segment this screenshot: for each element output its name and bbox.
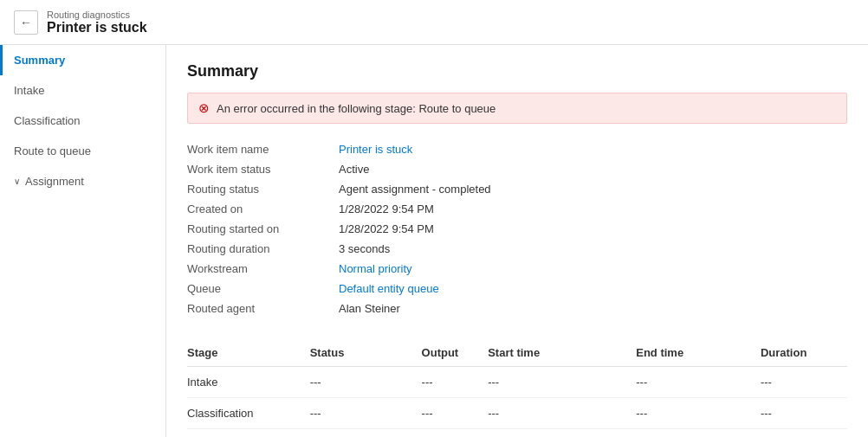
info-row-routing-started-on: Routing started on 1/28/2022 9:54 PM	[187, 219, 847, 239]
cell-stage[interactable]: Route to queue	[187, 429, 310, 438]
sidebar-item-label: Route to queue	[14, 145, 91, 157]
sidebar-item-route-to-queue[interactable]: Route to queue	[0, 136, 165, 166]
error-circle-icon: ⊗	[198, 100, 210, 116]
col-header-duration: Duration	[761, 339, 847, 367]
info-value-created-on: 1/28/2022 9:54 PM	[339, 202, 434, 215]
info-label-work-item-status: Work item status	[187, 163, 339, 176]
info-row-work-item-status: Work item status Active	[187, 159, 847, 179]
table-row: Route to queue✘Error---1/28/2022 9:54 PM…	[187, 429, 847, 438]
info-row-workstream: Workstream Normal priority	[187, 259, 847, 279]
info-row-queue: Queue Default entity queue	[187, 279, 847, 299]
header-subtitle: Routing diagnostics	[47, 10, 147, 20]
cell-start-time: ---	[488, 398, 636, 429]
info-label-routing-duration: Routing duration	[187, 242, 339, 255]
cell-status: ✘Error	[310, 429, 422, 438]
cell-start-time: ---	[488, 367, 636, 398]
sidebar-item-intake[interactable]: Intake	[0, 75, 165, 106]
sidebar: Summary Intake Classification Route to q…	[0, 45, 166, 437]
sidebar-item-assignment[interactable]: ∨ Assignment	[0, 166, 165, 196]
sidebar-item-label: Assignment	[25, 175, 84, 188]
header-text: Routing diagnostics Printer is stuck	[47, 10, 147, 35]
info-label-routed-agent: Routed agent	[187, 302, 339, 315]
info-label-routing-started-on: Routing started on	[187, 222, 339, 235]
cell-end-time: ---	[636, 398, 761, 429]
layout: Summary Intake Classification Route to q…	[0, 45, 868, 437]
cell-output: ---	[422, 398, 489, 429]
cell-stage: Intake	[187, 367, 310, 398]
sidebar-item-label: Classification	[14, 114, 81, 127]
table-row: Classification---------------	[187, 398, 847, 429]
info-value-workstream[interactable]: Normal priority	[339, 262, 412, 275]
info-label-created-on: Created on	[187, 202, 339, 215]
sidebar-item-summary[interactable]: Summary	[0, 45, 165, 75]
cell-end-time: ---	[636, 367, 761, 398]
info-row-routing-status: Routing status Agent assignment - comple…	[187, 179, 847, 199]
error-banner: ⊗ An error occurred in the following sta…	[187, 93, 847, 124]
info-table: Work item name Printer is stuck Work ite…	[187, 139, 847, 318]
info-row-work-item-name: Work item name Printer is stuck	[187, 139, 847, 159]
cell-status: ---	[310, 398, 422, 429]
info-value-work-item-name[interactable]: Printer is stuck	[339, 143, 412, 156]
sidebar-item-classification[interactable]: Classification	[0, 106, 165, 136]
sidebar-item-label: Summary	[14, 54, 65, 67]
header-title: Printer is stuck	[47, 20, 147, 35]
table-row: Intake---------------	[187, 367, 847, 398]
cell-duration: ---	[761, 367, 847, 398]
cell-output: ---	[422, 367, 489, 398]
error-banner-text: An error occurred in the following stage…	[217, 102, 496, 115]
info-value-work-item-status: Active	[339, 163, 369, 176]
cell-duration: ---	[761, 398, 847, 429]
stages-table: Stage Status Output Start time End time …	[187, 339, 847, 437]
info-label-work-item-name: Work item name	[187, 143, 339, 156]
col-header-end-time: End time	[636, 339, 761, 367]
info-value-routing-status: Agent assignment - completed	[339, 183, 491, 196]
cell-duration: 0 seconds	[761, 429, 847, 438]
col-header-status: Status	[310, 339, 422, 367]
col-header-stage: Stage	[187, 339, 310, 367]
info-value-routed-agent: Alan Steiner	[339, 302, 400, 315]
info-label-routing-status: Routing status	[187, 183, 339, 196]
cell-status: ---	[310, 367, 422, 398]
info-value-routing-started-on: 1/28/2022 9:54 PM	[339, 222, 434, 235]
table-header-row: Stage Status Output Start time End time …	[187, 339, 847, 367]
page-title: Summary	[187, 62, 847, 80]
info-row-created-on: Created on 1/28/2022 9:54 PM	[187, 199, 847, 219]
back-button[interactable]: ←	[14, 10, 38, 35]
info-label-queue: Queue	[187, 282, 339, 295]
info-value-queue[interactable]: Default entity queue	[339, 282, 439, 295]
chevron-down-icon: ∨	[14, 177, 20, 186]
info-value-routing-duration: 3 seconds	[339, 242, 390, 255]
info-label-workstream: Workstream	[187, 262, 339, 275]
col-header-output: Output	[422, 339, 489, 367]
main-content: Summary ⊗ An error occurred in the follo…	[166, 45, 868, 437]
header: ← Routing diagnostics Printer is stuck	[0, 0, 868, 45]
sidebar-item-label: Intake	[14, 84, 44, 97]
cell-start-time: 1/28/2022 9:54 PM	[488, 429, 636, 438]
cell-output: ---	[422, 429, 489, 438]
cell-stage: Classification	[187, 398, 310, 429]
cell-end-time: 1/28/2022 9:5...	[636, 429, 761, 438]
info-row-routing-duration: Routing duration 3 seconds	[187, 239, 847, 259]
col-header-start-time: Start time	[488, 339, 636, 367]
back-icon: ←	[20, 16, 32, 29]
info-row-routed-agent: Routed agent Alan Steiner	[187, 299, 847, 318]
